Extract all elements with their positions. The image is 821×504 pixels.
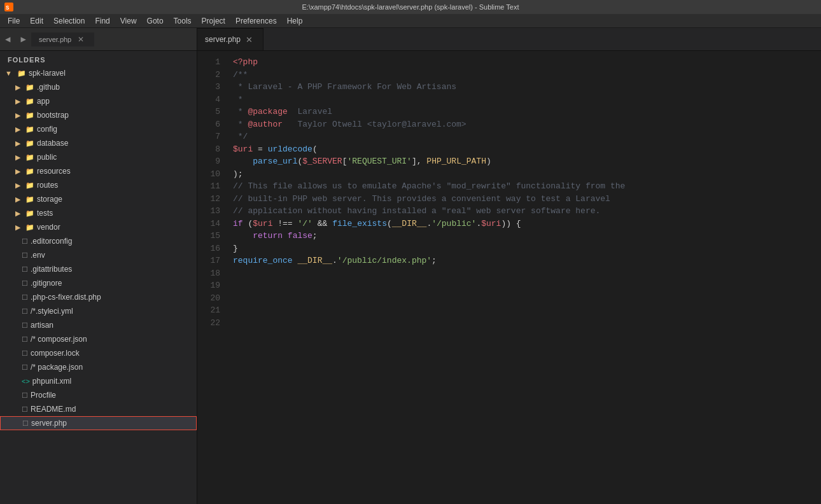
menu-tools[interactable]: Tools	[169, 14, 197, 27]
editor-tab-serverphp[interactable]: server.php ✕	[197, 28, 263, 50]
menu-help[interactable]: Help	[282, 14, 308, 27]
file-icon: ☐	[22, 391, 28, 400]
sidebar-item-storage[interactable]: ▶ 📁 storage	[0, 192, 197, 206]
open-file-tab-label: server.php	[39, 36, 71, 43]
menu-project[interactable]: Project	[197, 14, 230, 27]
close-tab-button[interactable]: ✕	[78, 35, 84, 44]
sidebar-item-gitignore[interactable]: ☐ .gitignore	[0, 276, 197, 290]
folder-chevron-icon: ▶	[15, 153, 20, 162]
folder-icon: 📁	[25, 83, 34, 92]
file-label: /*.styleci.yml	[31, 307, 73, 316]
folder-icon: 📁	[25, 139, 34, 148]
sidebar-nav-bar: ◀ ▶ server.php ✕	[0, 28, 197, 51]
sidebar: ◀ ▶ server.php ✕ FOLDERS ▼ 📁 spk-laravel…	[0, 28, 197, 504]
file-icon: ☐	[22, 279, 28, 288]
folder-label: app	[37, 97, 50, 106]
folder-label: bootstrap	[37, 111, 69, 120]
sidebar-item-artisan[interactable]: ☐ artisan	[0, 318, 197, 332]
sidebar-item-resources[interactable]: ▶ 📁 resources	[0, 164, 197, 178]
sidebar-item-config[interactable]: ▶ 📁 config	[0, 122, 197, 136]
sidebar-item-procfile[interactable]: ☐ Procfile	[0, 388, 197, 402]
sidebar-item-spk-laravel[interactable]: ▼ 📁 spk-laravel	[0, 66, 197, 80]
file-label: /* package.json	[31, 363, 83, 372]
nav-back-arrow[interactable]: ◀	[0, 31, 15, 47]
sidebar-item-routes[interactable]: ▶ 📁 routes	[0, 178, 197, 192]
menu-preferences[interactable]: Preferences	[230, 14, 282, 27]
sidebar-item-tests[interactable]: ▶ 📁 tests	[0, 206, 197, 220]
sidebar-item-github[interactable]: ▶ 📁 .github	[0, 80, 197, 94]
folder-label: resources	[37, 167, 71, 176]
folder-chevron-icon: ▶	[15, 223, 20, 232]
sidebar-item-vendor[interactable]: ▶ 📁 vendor	[0, 220, 197, 234]
menu-goto[interactable]: Goto	[142, 14, 169, 27]
sidebar-item-composerlock[interactable]: ☐ composer.lock	[0, 346, 197, 360]
folder-icon: 📁	[25, 125, 34, 134]
folder-label: routes	[37, 181, 58, 190]
folder-icon: 📁	[25, 167, 34, 176]
folder-chevron-icon: ▶	[15, 209, 20, 218]
folder-chevron-icon: ▶	[15, 125, 20, 134]
folder-icon: 📁	[25, 97, 34, 106]
folder-expand-icon: ▼	[5, 69, 12, 77]
file-icon: ☐	[22, 307, 28, 316]
open-file-tab[interactable]: server.php ✕	[31, 32, 94, 46]
file-icon: ☐	[22, 237, 28, 246]
sidebar-item-phpcsfixer[interactable]: ☐ .php-cs-fixer.dist.php	[0, 290, 197, 304]
menu-bar: File Edit Selection Find View Goto Tools…	[0, 14, 821, 28]
nav-forward-arrow[interactable]: ▶	[15, 31, 31, 47]
code-editor[interactable]: 12345678910111213141516171819202122 <?ph…	[197, 51, 821, 504]
folder-label: database	[37, 139, 68, 148]
folder-chevron-icon: ▶	[15, 181, 20, 190]
file-icon: ☐	[22, 335, 28, 344]
folder-chevron-icon: ▶	[15, 97, 20, 106]
main-area: ◀ ▶ server.php ✕ FOLDERS ▼ 📁 spk-laravel…	[0, 28, 821, 504]
file-icon: ☐	[22, 419, 29, 428]
sidebar-item-env[interactable]: ☐ .env	[0, 248, 197, 262]
sidebar-item-styleci[interactable]: ☐ /*.styleci.yml	[0, 304, 197, 318]
folder-label: storage	[37, 195, 62, 204]
folder-icon: 📁	[25, 209, 34, 218]
sidebar-item-packagejson[interactable]: ☐ /* package.json	[0, 360, 197, 374]
file-icon: <>	[22, 377, 30, 385]
editor-tab-label: server.php	[205, 35, 241, 44]
file-label: .php-cs-fixer.dist.php	[31, 293, 101, 302]
editor-area: server.php ✕ 123456789101112131415161718…	[197, 28, 821, 504]
folder-label: spk-laravel	[29, 69, 66, 78]
menu-find[interactable]: Find	[90, 14, 115, 27]
folders-section-label: FOLDERS	[0, 51, 197, 66]
menu-view[interactable]: View	[115, 14, 142, 27]
folder-icon: 📁	[25, 195, 34, 204]
file-icon: ☐	[22, 265, 28, 274]
folder-label: tests	[37, 209, 53, 218]
file-icon: ☐	[22, 405, 28, 414]
sidebar-item-phpunit[interactable]: <> phpunit.xml	[0, 374, 197, 388]
code-content[interactable]: <?php/** * Laravel - A PHP Framework For…	[228, 51, 821, 504]
menu-selection[interactable]: Selection	[48, 14, 90, 27]
file-label: phpunit.xml	[32, 377, 71, 386]
menu-edit[interactable]: Edit	[25, 14, 48, 27]
window-title: E:\xampp74\htdocs\spk-laravel\server.php…	[302, 3, 519, 11]
svg-text:S: S	[6, 5, 10, 11]
app-icon: S	[4, 2, 14, 12]
file-label: .editorconfig	[31, 237, 72, 246]
sidebar-item-serverphp[interactable]: ☐ server.php	[0, 416, 197, 430]
sidebar-item-composerjson[interactable]: ☐ /* composer.json	[0, 332, 197, 346]
sidebar-item-database[interactable]: ▶ 📁 database	[0, 136, 197, 150]
sidebar-item-readme[interactable]: ☐ README.md	[0, 402, 197, 416]
file-label: composer.lock	[31, 349, 80, 358]
menu-file[interactable]: File	[3, 14, 25, 27]
folder-label: vendor	[37, 223, 60, 232]
folder-label: .github	[37, 83, 60, 92]
folder-chevron-icon: ▶	[15, 195, 20, 204]
folder-chevron-icon: ▶	[15, 111, 20, 120]
folder-icon: 📁	[25, 223, 34, 232]
folder-icon: 📁	[25, 111, 34, 120]
sidebar-item-public[interactable]: ▶ 📁 public	[0, 150, 197, 164]
folder-label: public	[37, 153, 57, 162]
editor-tab-close[interactable]: ✕	[246, 35, 253, 45]
file-icon: ☐	[22, 321, 28, 330]
sidebar-item-gitattributes[interactable]: ☐ .gitattributes	[0, 262, 197, 276]
sidebar-item-app[interactable]: ▶ 📁 app	[0, 94, 197, 108]
sidebar-item-bootstrap[interactable]: ▶ 📁 bootstrap	[0, 108, 197, 122]
sidebar-item-editorconfig[interactable]: ☐ .editorconfig	[0, 234, 197, 248]
